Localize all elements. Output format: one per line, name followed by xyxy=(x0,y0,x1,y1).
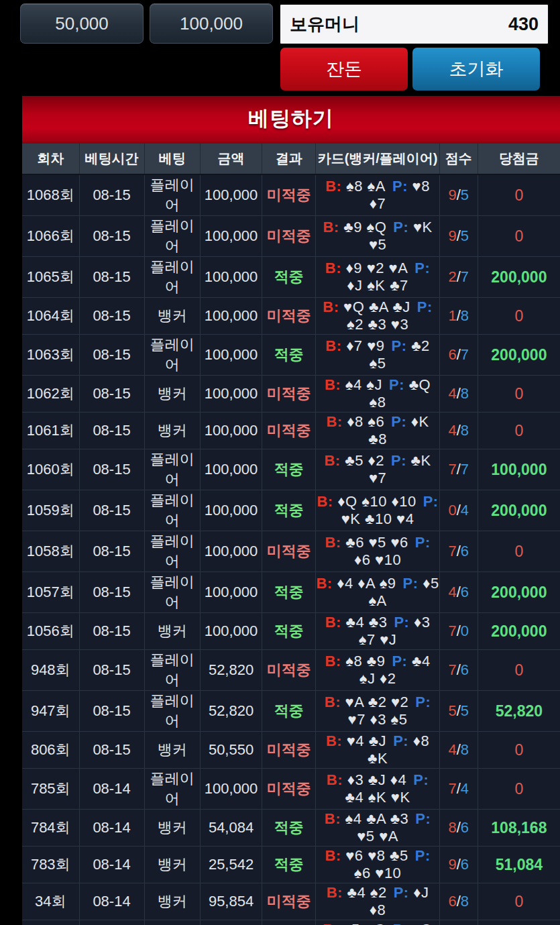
payout-cell: 0 xyxy=(478,883,560,920)
balance-label: 보유머니 xyxy=(290,13,359,36)
column-header-cards: 카드(뱅커/플레이어) xyxy=(316,144,439,174)
banker-cards: ♠8 ♣9 xyxy=(341,653,386,669)
amount-cell: 100,000 xyxy=(200,298,262,335)
banker-score: 7 xyxy=(448,780,456,797)
payout-cell: 0 xyxy=(478,174,560,216)
bet-time-cell: 08-15 xyxy=(79,335,144,376)
banker-score: 4 xyxy=(448,385,456,402)
banker-cards: ♦3 ♣J ♦4 xyxy=(343,771,406,788)
player-score: 8 xyxy=(461,422,469,439)
table-row: 806회08-15뱅커50,550미적중B: ♥4 ♣JP: ♦8 ♣K4/80 xyxy=(22,732,560,769)
column-header-payout: 당첨금 xyxy=(478,144,560,174)
result-cell: 미적중 xyxy=(262,769,316,810)
result-text: 적중 xyxy=(274,819,304,836)
cards-cell: B: ♣4 ♠2P: ♦J ♦8 xyxy=(316,883,439,920)
round-cell: 948회 xyxy=(22,650,79,691)
payout-cell: 0 xyxy=(478,732,560,769)
table-row: 1066회08-15플레이어100,000미적중B: ♣9 ♠QP: ♥K ♥5… xyxy=(22,216,560,257)
amount-cell: 100,000 xyxy=(200,174,262,216)
banker-prefix: B: xyxy=(325,847,341,864)
score-cell: 4/8 xyxy=(439,732,478,769)
payout-value: 0 xyxy=(514,543,523,560)
player-cards: ♣4 ♠K ♥K xyxy=(345,789,410,806)
amount-cell: 100,000 xyxy=(200,335,262,376)
score-cell: 7/0 xyxy=(439,613,478,650)
banker-prefix: B: xyxy=(325,178,341,195)
change-button[interactable]: 잔돈 xyxy=(280,48,408,91)
chip-button-100000[interactable]: 100,000 xyxy=(150,3,273,44)
payout-value: 100,000 xyxy=(491,461,547,478)
cards-cell: B: ♦8 ♠6P: ♦K ♣8 xyxy=(316,413,439,449)
cards-cell: B: ♣4 ♣3P: ♦3 ♠7 ♥J xyxy=(316,613,439,650)
chip-row: 50,000 100,000 보유머니 430 xyxy=(20,3,549,45)
banker-cards: ♠8 ♠A xyxy=(341,178,386,195)
payout-value: 200,000 xyxy=(491,584,547,601)
table-header-row: 회차 베팅시간 베팅 금액 결과 카드(뱅커/플레이어) 점수 당첨금 xyxy=(22,144,560,174)
banker-score: 4 xyxy=(448,584,456,600)
payout-value: 0 xyxy=(514,385,523,402)
round-cell: 34회 xyxy=(22,883,79,920)
banker-prefix: B: xyxy=(325,810,341,827)
banker-score: 7 xyxy=(448,461,456,478)
cards-cell: B: ♦4 ♦A ♠9P: ♦5 ♠A xyxy=(316,572,439,613)
result-cell: 적중 xyxy=(262,613,316,650)
bet-time-cell: 08-15 xyxy=(79,376,144,413)
amount-cell: 52,820 xyxy=(200,650,262,691)
banker-prefix: B: xyxy=(326,413,342,430)
banker-cards: ♦7 ♥9 xyxy=(342,337,385,354)
amount-cell: 100,000 xyxy=(200,531,262,572)
column-header-bet: 베팅 xyxy=(144,144,200,174)
bet-time-cell: 08-15 xyxy=(79,572,144,613)
player-score: 5 xyxy=(461,186,469,203)
player-prefix: P: xyxy=(393,921,408,925)
player-score: 6 xyxy=(461,819,469,836)
result-cell: 미적중 xyxy=(262,650,316,691)
banker-cards: ♣9 ♠Q xyxy=(339,219,387,235)
round-cell: 1068회 xyxy=(22,174,79,216)
player-prefix: P: xyxy=(413,771,429,788)
player-score: 8 xyxy=(461,893,469,910)
bet-cell: 뱅커 xyxy=(144,298,200,335)
payout-cell: 0 xyxy=(478,650,560,691)
banker-prefix: B: xyxy=(323,298,339,315)
payout-value: 200,000 xyxy=(491,502,547,519)
bet-cell: 뱅커 xyxy=(144,732,200,769)
round-cell: 1061회 xyxy=(22,413,79,449)
table-row: 1057회08-15플레이어100,000적중B: ♦4 ♦A ♠9P: ♦5 … xyxy=(22,572,560,613)
betting-page: 50,000 100,000 보유머니 430 잔돈 초기화 베팅하기 회차 베… xyxy=(0,0,560,925)
player-prefix: P: xyxy=(391,452,406,469)
chip-button-50000[interactable]: 50,000 xyxy=(20,3,144,44)
score-cell: 7/4 xyxy=(439,769,478,810)
banker-cards: ♠4 ♠J xyxy=(341,376,382,393)
result-text: 미적중 xyxy=(267,893,311,910)
payout-cell: 51,084 xyxy=(478,847,560,883)
banker-score: 1 xyxy=(448,307,456,324)
cards-cell: B: ♥A ♣2 ♥2P: ♥7 ♦3 ♠5 xyxy=(316,691,439,732)
bet-cell: 뱅커 xyxy=(144,883,200,920)
payout-value: 0 xyxy=(514,422,523,439)
balance-field[interactable]: 보유머니 430 xyxy=(279,3,549,45)
payout-value: 0 xyxy=(514,307,523,325)
cards-cell: B: ♣6 ♥5 ♥6P: ♦6 ♥10 xyxy=(316,531,439,572)
banker-score: 7 xyxy=(448,543,456,559)
bet-cell: 뱅커 xyxy=(144,810,200,847)
bet-time-cell: 08-14 xyxy=(79,810,144,847)
round-cell: 784회 xyxy=(22,810,79,847)
player-score: 6 xyxy=(461,856,469,873)
result-text: 미적중 xyxy=(267,661,311,678)
result-text: 적중 xyxy=(274,856,304,873)
reset-button[interactable]: 초기화 xyxy=(412,48,540,91)
bet-cell: 뱅커 xyxy=(144,413,200,449)
payout-cell: 200,000 xyxy=(478,613,560,650)
player-prefix: P: xyxy=(414,260,430,276)
payout-cell: 200,000 xyxy=(478,335,560,376)
table-row: 1064회08-15뱅커100,000미적중B: ♥Q ♣A ♣JP: ♠2 ♣… xyxy=(22,298,560,335)
result-cell: 미적중 xyxy=(262,216,316,257)
bet-cell: 플레이어 xyxy=(144,174,200,216)
cards-cell: B: ♠8 ♣9P: ♣4 ♠J ♦2 xyxy=(316,650,439,691)
player-score: 4 xyxy=(461,780,469,797)
bet-cell: 뱅커 xyxy=(144,376,200,413)
player-score: 4 xyxy=(461,502,469,519)
player-prefix: P: xyxy=(394,884,409,901)
payout-value: 0 xyxy=(514,893,523,910)
